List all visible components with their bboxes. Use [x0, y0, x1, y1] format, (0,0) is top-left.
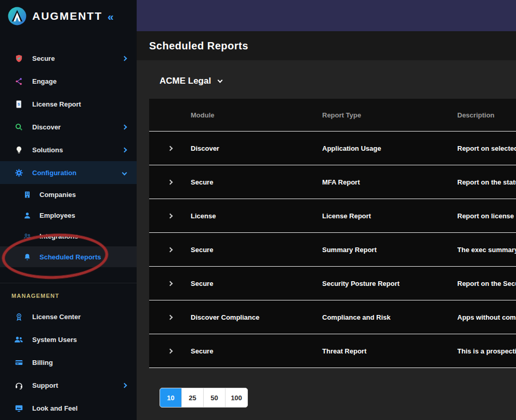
sidebar-item-license-report[interactable]: $ License Report — [0, 93, 137, 115]
sidebar-item-billing[interactable]: Billing — [0, 351, 137, 374]
sidebar-item-label: License Center — [32, 313, 126, 321]
sidebar-item-label: Billing — [32, 359, 126, 366]
sidebar-item-label: Engage — [32, 77, 126, 85]
cell-module: Secure — [191, 178, 322, 186]
sidebar-item-system-users[interactable]: System Users — [0, 328, 137, 351]
cell-report-type: Threat Report — [322, 347, 457, 355]
table-row[interactable]: Secure Security Posture Report Report on… — [149, 267, 516, 300]
configuration-submenu: Companies Employees Integrations — [0, 184, 137, 267]
sidebar-item-companies[interactable]: Companies — [0, 184, 137, 205]
table-row[interactable]: Discover Compliance Compliance and Risk … — [149, 300, 516, 334]
table-header-row: Module Report Type Description — [149, 99, 516, 132]
cell-module: Secure — [191, 280, 322, 287]
sidebar-item-solutions[interactable]: Solutions — [0, 138, 137, 161]
cell-module: Secure — [191, 347, 322, 355]
sidebar-nav: Secure Engage $ License Report Disco — [0, 47, 137, 419]
page-size-option-25[interactable]: 25 — [182, 388, 204, 407]
svg-text:$: $ — [17, 102, 20, 107]
row-expand-chevron-icon[interactable] — [149, 248, 191, 252]
table-row[interactable]: License License Report Report on license… — [149, 199, 516, 233]
row-expand-chevron-icon[interactable] — [149, 282, 191, 285]
sidebar-item-label: Solutions — [32, 146, 123, 154]
cell-report-type: Security Posture Report — [322, 280, 457, 287]
cell-report-type: Summary Report — [322, 246, 457, 254]
chevron-down-icon — [218, 78, 223, 83]
page-size-selector: 10 25 50 100 — [160, 388, 248, 408]
employees-person-icon — [22, 212, 32, 219]
sidebar-item-label: License Report — [32, 100, 126, 108]
cell-description: Report on the Secu — [457, 280, 516, 287]
look-and-feel-display-icon — [14, 404, 24, 413]
license-report-doc-icon: $ — [14, 100, 24, 109]
row-expand-chevron-icon[interactable] — [149, 316, 191, 319]
row-expand-chevron-icon[interactable] — [149, 349, 191, 353]
discover-search-icon — [14, 123, 24, 132]
sidebar-item-secure[interactable]: Secure — [0, 47, 137, 70]
sidebar-item-label: Scheduled Reports — [39, 253, 126, 261]
cell-report-type: Compliance and Risk — [322, 313, 457, 321]
sidebar-item-support[interactable]: Support — [0, 374, 137, 397]
cell-report-type: License Report — [322, 212, 457, 220]
scheduled-reports-table: Module Report Type Description Discover … — [149, 99, 516, 368]
scheduled-reports-bell-icon — [22, 253, 32, 261]
page-size-option-100[interactable]: 100 — [226, 388, 247, 407]
table-row[interactable]: Secure Threat Report This is a prospecti… — [149, 334, 516, 368]
company-selector[interactable]: ACME Legal — [149, 60, 222, 99]
row-expand-chevron-icon[interactable] — [149, 214, 191, 218]
cell-description: Report on license u — [457, 212, 516, 220]
logo-text: AUGMENTT — [32, 10, 102, 22]
shield-icon — [14, 54, 24, 63]
configuration-gear-icon — [14, 168, 24, 177]
sidebar-item-label: Support — [32, 382, 123, 389]
top-banner — [137, 0, 516, 31]
solutions-bulb-icon — [14, 146, 24, 154]
row-expand-chevron-icon[interactable] — [149, 147, 191, 150]
cell-description: Apps without comp — [457, 313, 516, 321]
sidebar-item-license-center[interactable]: License Center — [0, 305, 137, 328]
engage-network-icon — [14, 77, 24, 86]
sidebar-item-label: Employees — [39, 212, 126, 219]
column-header-description: Description — [457, 111, 516, 119]
sidebar-item-configuration[interactable]: Configuration — [0, 161, 137, 184]
page-size-option-50[interactable]: 50 — [204, 388, 226, 407]
sidebar-collapse-icon[interactable]: « — [108, 11, 114, 22]
cell-module: Secure — [191, 246, 322, 254]
sidebar-item-integrations[interactable]: Integrations — [0, 226, 137, 246]
sidebar: AUGMENTT « Secure Engage $ — [0, 0, 137, 420]
sidebar-item-label: Secure — [32, 55, 123, 62]
sidebar-item-engage[interactable]: Engage — [0, 70, 137, 93]
sidebar-item-employees[interactable]: Employees — [0, 205, 137, 226]
management-section: MANAGEMENT License Center System Users — [0, 283, 137, 419]
table-row[interactable]: Secure MFA Report Report on the statu — [149, 165, 516, 199]
table-row[interactable]: Secure Summary Report The exec summary — [149, 233, 516, 267]
chevron-right-icon — [122, 147, 127, 152]
cell-description: This is a prospectin — [457, 347, 516, 355]
logo-row: AUGMENTT « — [0, 0, 137, 32]
column-header-report-type: Report Type — [322, 111, 457, 119]
sidebar-item-label: Configuration — [32, 169, 123, 177]
sidebar-item-label: Discover — [32, 123, 123, 131]
page-size-option-10[interactable]: 10 — [160, 388, 182, 407]
company-selector-value: ACME Legal — [160, 76, 211, 86]
sidebar-item-look-and-feel[interactable]: Look and Feel — [0, 397, 137, 419]
support-headset-icon — [14, 381, 24, 390]
main-area: Scheduled Reports ACME Legal Module Repo… — [137, 0, 516, 420]
table-row[interactable]: Discover Application Usage Report on sel… — [149, 132, 516, 165]
column-header-module: Module — [191, 111, 322, 119]
sidebar-item-label: Integrations — [39, 232, 126, 240]
sidebar-item-scheduled-reports[interactable]: Scheduled Reports — [0, 246, 137, 267]
sidebar-item-discover[interactable]: Discover — [0, 115, 137, 138]
cell-module: License — [191, 212, 322, 220]
license-center-badge-icon — [14, 312, 24, 321]
chevron-right-icon — [122, 56, 127, 61]
management-section-label: MANAGEMENT — [0, 283, 137, 305]
chevron-right-icon — [122, 124, 127, 129]
cell-module: Discover — [191, 145, 322, 152]
page-title: Scheduled Reports — [149, 40, 248, 52]
cell-description: Report on the statu — [457, 178, 516, 186]
billing-card-icon — [14, 358, 24, 367]
cell-module: Discover Compliance — [191, 313, 322, 321]
row-expand-chevron-icon[interactable] — [149, 180, 191, 184]
companies-building-icon — [22, 191, 32, 199]
sidebar-item-label: Look and Feel — [32, 404, 126, 412]
